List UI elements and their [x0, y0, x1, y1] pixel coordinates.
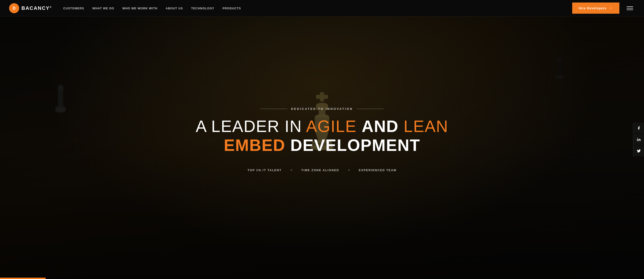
nav-item-technology[interactable]: TECHNOLOGY: [191, 6, 214, 10]
logo-link[interactable]: b BACANCY®: [9, 3, 52, 13]
hero-line-left: [260, 109, 287, 109]
hero-title-a-leader-in: A LEADER IN: [196, 117, 306, 136]
facebook-icon: [637, 126, 641, 130]
hero-title-line2: EMBED DEVELOPMENT: [196, 136, 448, 155]
logo-text: BACANCY®: [22, 5, 52, 11]
nav-item-who-we-work-with[interactable]: WHO WE WORK WITH: [122, 6, 158, 10]
linkedin-social-icon[interactable]: [633, 134, 644, 145]
hire-developers-button[interactable]: Hire Developers →: [572, 2, 620, 14]
linkedin-icon: [637, 138, 641, 142]
twitter-social-icon[interactable]: [633, 146, 644, 156]
badge-separator-1: [291, 169, 292, 171]
hamburger-line-2: [627, 8, 633, 8]
nav-links: CUSTOMERS WHAT WE DO WHO WE WORK WITH AB…: [63, 6, 241, 10]
nav-link-technology[interactable]: TECHNOLOGY: [191, 6, 214, 10]
logo-icon: b: [9, 3, 19, 13]
hero-title-development: DEVELOPMENT: [290, 136, 420, 154]
nav-item-what-we-do[interactable]: WHAT WE DO: [92, 6, 114, 10]
hamburger-menu-button[interactable]: [625, 4, 635, 12]
hero-line-right: [357, 109, 384, 109]
nav-item-about-us[interactable]: ABOUT US: [166, 6, 183, 10]
hero-content: DEDICATED TO INNOVATION A LEADER IN AGIL…: [191, 107, 453, 172]
navbar: b BACANCY® CUSTOMERS WHAT WE DO WHO WE W…: [0, 0, 644, 16]
svg-point-17: [637, 138, 638, 138]
logo-letter: b: [13, 6, 16, 11]
hero-title-line1: A LEADER IN AGILE AND LEAN: [196, 117, 448, 136]
hero-title-agile: AGILE: [306, 117, 357, 136]
hire-button-label: Hire Developers: [578, 6, 606, 10]
badge-talent: TOP 1% IT TALENT: [248, 168, 282, 172]
twitter-icon: [637, 149, 641, 153]
nav-item-products[interactable]: PRODUCTS: [222, 6, 241, 10]
hero-subtitle-wrap: DEDICATED TO INNOVATION: [196, 107, 448, 110]
hero-title: A LEADER IN AGILE AND LEAN EMBED DEVELOP…: [196, 117, 448, 155]
navbar-right: Hire Developers →: [572, 2, 635, 14]
nav-link-about-us[interactable]: ABOUT US: [166, 6, 183, 10]
hamburger-line-3: [627, 10, 633, 10]
bottom-orange-bar: [0, 278, 46, 279]
logo-name: BACANCY: [22, 5, 50, 11]
badge-separator-2: [348, 169, 350, 171]
badge-timezone: TIME ZONE ALIGNED: [301, 168, 339, 172]
hero-title-embed: EMBED: [224, 136, 285, 154]
nav-link-who-we-work-with[interactable]: WHO WE WORK WITH: [122, 6, 158, 10]
logo-trademark: ®: [50, 6, 52, 8]
social-sidebar: [633, 123, 644, 156]
nav-link-products[interactable]: PRODUCTS: [222, 6, 241, 10]
nav-link-customers[interactable]: CUSTOMERS: [63, 6, 84, 10]
navbar-left: b BACANCY® CUSTOMERS WHAT WE DO WHO WE W…: [9, 3, 241, 13]
hero-title-lean: LEAN: [404, 117, 448, 136]
hero-title-and: AND: [362, 117, 404, 136]
hero-badges: TOP 1% IT TALENT TIME ZONE ALIGNED EXPER…: [196, 168, 448, 172]
hero-section: DEDICATED TO INNOVATION A LEADER IN AGIL…: [0, 0, 644, 279]
hamburger-line-1: [627, 6, 633, 7]
nav-link-what-we-do[interactable]: WHAT WE DO: [92, 6, 114, 10]
badge-experienced: EXPERIENCED TEAM: [359, 168, 396, 172]
hire-button-arrow-icon: →: [609, 6, 613, 10]
facebook-social-icon[interactable]: [633, 123, 644, 134]
hero-subtitle: DEDICATED TO INNOVATION: [291, 107, 353, 110]
nav-item-customers[interactable]: CUSTOMERS: [63, 6, 84, 10]
